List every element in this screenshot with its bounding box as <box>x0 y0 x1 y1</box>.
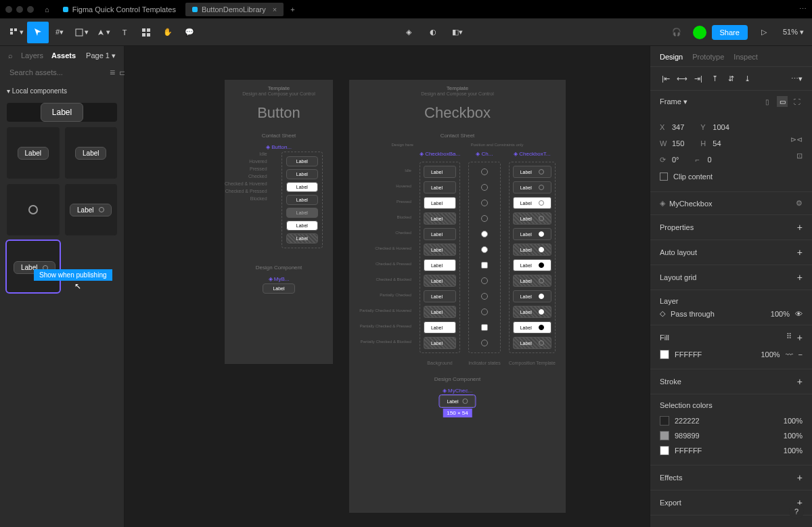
frame-type-select[interactable]: Frame ▾ <box>660 97 687 106</box>
indicator-sample[interactable] <box>481 246 488 253</box>
window-controls[interactable] <box>5 6 34 13</box>
checkbox-sample[interactable]: Label <box>513 290 551 302</box>
align-hcenter-icon[interactable]: ⟷ <box>676 72 688 85</box>
visibility-icon[interactable]: 👁 <box>795 310 803 318</box>
checkbox-sample[interactable]: Label <box>424 259 456 271</box>
indicator-sample[interactable] <box>481 262 488 269</box>
resize-fill-icon[interactable]: ⛶ <box>792 96 803 107</box>
fill-opacity[interactable]: 100% <box>761 350 780 359</box>
align-left-icon[interactable]: |⇤ <box>660 72 672 85</box>
text-tool[interactable]: T <box>114 22 135 43</box>
help-button[interactable]: ? <box>789 504 804 519</box>
component-name[interactable]: MyCheckbox <box>669 200 713 208</box>
user-avatar[interactable] <box>693 26 706 39</box>
resize-hug-icon[interactable]: ▭ <box>777 96 788 107</box>
checkbox-sample[interactable]: Label <box>513 181 551 193</box>
canvas[interactable]: TemplateDesign and Compose your Control … <box>125 46 650 527</box>
x-value[interactable]: 347 <box>672 123 684 131</box>
indicator-sample[interactable] <box>481 308 488 315</box>
button-sample[interactable]: Label <box>263 283 294 294</box>
button-sample[interactable]: Label <box>286 221 318 231</box>
add-fill-button[interactable]: + <box>797 332 803 343</box>
asset-card-selected[interactable]: Label Show when publishing ↖ <box>7 241 60 292</box>
button-sample[interactable]: Label <box>286 233 318 244</box>
indicator-sample[interactable] <box>481 184 488 191</box>
color-swatch[interactable] <box>660 416 669 426</box>
mask-icon[interactable]: ◐ <box>422 22 444 43</box>
hand-tool[interactable]: ✋ <box>157 22 179 43</box>
indicator-sample[interactable] <box>481 200 488 206</box>
asset-card[interactable] <box>7 184 60 235</box>
design-tab[interactable]: Design <box>660 53 683 61</box>
checkbox-sample[interactable]: Label <box>513 197 551 209</box>
resize-fixed-icon[interactable]: ▯ <box>762 96 773 107</box>
checkbox-sample[interactable]: Label <box>513 228 551 240</box>
checkbox-sample[interactable]: Label <box>424 181 456 193</box>
checkbox-sample[interactable]: Label <box>513 337 551 349</box>
checkbox-sample[interactable]: Label <box>513 259 551 271</box>
component-settings-icon[interactable]: ⚙ <box>796 199 803 208</box>
move-tool[interactable] <box>27 22 49 43</box>
audio-icon[interactable]: 🎧 <box>666 22 687 43</box>
align-right-icon[interactable]: ⇥| <box>692 72 704 85</box>
indicator-sample[interactable] <box>481 168 488 175</box>
color-hex[interactable]: 989899 <box>675 432 700 440</box>
pen-tool[interactable]: ▾ <box>92 22 114 43</box>
frame-checkbox-template[interactable]: TemplateDesign and Compose your Control … <box>349 80 566 513</box>
variant-container[interactable]: Label Label Label Label Label Label Labe… <box>420 162 460 353</box>
checkbox-sample[interactable]: Label <box>424 228 456 240</box>
w-value[interactable]: 150 <box>672 139 684 147</box>
checkbox-sample[interactable]: Label <box>513 244 551 256</box>
button-sample[interactable]: Label <box>286 169 318 179</box>
radius-value[interactable]: 0 <box>708 156 712 164</box>
frame-tool[interactable]: #▾ <box>49 22 70 43</box>
layer-opacity[interactable]: 100% <box>771 310 790 318</box>
fill-styles-icon[interactable]: ⠿ <box>786 332 792 343</box>
fill-visibility-icon[interactable]: 〰 <box>786 350 793 359</box>
button-sample[interactable]: Label <box>286 195 318 205</box>
indicator-sample[interactable] <box>481 340 488 346</box>
asset-card[interactable]: Label <box>65 127 118 179</box>
prototype-tab[interactable]: Prototype <box>692 53 724 61</box>
indicator-sample[interactable] <box>481 231 488 237</box>
context-menu-item[interactable]: Show when publishing <box>34 269 112 281</box>
frame-button-template[interactable]: TemplateDesign and Compose your Control … <box>225 80 333 364</box>
checkbox-sample[interactable]: Label <box>424 321 456 334</box>
indicator-sample[interactable] <box>481 277 488 284</box>
inspect-tab[interactable]: Inspect <box>734 53 757 61</box>
checkbox-sample[interactable]: Label <box>424 337 456 349</box>
layers-tab[interactable]: Layers <box>21 51 43 60</box>
color-hex[interactable]: FFFFFF <box>675 446 702 455</box>
blend-icon[interactable]: ◇ <box>660 309 665 318</box>
new-tab-button[interactable]: + <box>286 4 298 15</box>
checkbox-sample[interactable]: Label <box>424 290 456 302</box>
fill-hex[interactable]: FFFFFF <box>675 350 702 359</box>
checkbox-sample[interactable]: Label <box>513 275 551 287</box>
tab-figma-templates[interactable]: Figma Quick Control Templates <box>56 3 183 16</box>
boolean-icon[interactable]: ◧▾ <box>447 22 468 43</box>
checkbox-sample[interactable]: Label <box>424 275 456 287</box>
add-effect-button[interactable]: + <box>797 472 803 483</box>
checkbox-sample[interactable]: Label <box>513 321 551 334</box>
add-autolayout-button[interactable]: + <box>797 247 803 258</box>
home-icon[interactable]: ⌂ <box>42 3 52 16</box>
local-components-header[interactable]: ▾ Local components <box>0 82 124 97</box>
checkbox-sample[interactable]: Label <box>424 197 456 209</box>
align-bottom-icon[interactable]: ⤓ <box>741 72 753 85</box>
selected-component[interactable]: Label 150 × 54 <box>439 395 475 407</box>
checkbox-sample[interactable]: Label <box>424 306 456 318</box>
list-view-icon[interactable]: ≡ <box>110 67 115 78</box>
checkbox-sample[interactable]: Label <box>513 212 551 225</box>
assets-tab[interactable]: Assets <box>51 51 76 60</box>
asset-card[interactable]: Label <box>7 127 60 179</box>
zoom-level[interactable]: 51% ▾ <box>780 25 807 39</box>
constrain-icon[interactable]: ⊳⊲ <box>790 135 803 152</box>
checkbox-sample[interactable]: Label <box>513 306 551 318</box>
clip-checkbox[interactable] <box>660 173 668 181</box>
fill-remove-icon[interactable]: − <box>798 350 803 359</box>
y-value[interactable]: 1004 <box>713 123 729 131</box>
color-hex[interactable]: 222222 <box>675 417 700 425</box>
button-sample[interactable]: Label <box>286 208 318 218</box>
tab-button-demo[interactable]: ButtonDemoLibrary × <box>185 3 284 16</box>
variant-container[interactable]: Label Label Label Label Label Label Labe… <box>281 152 323 248</box>
